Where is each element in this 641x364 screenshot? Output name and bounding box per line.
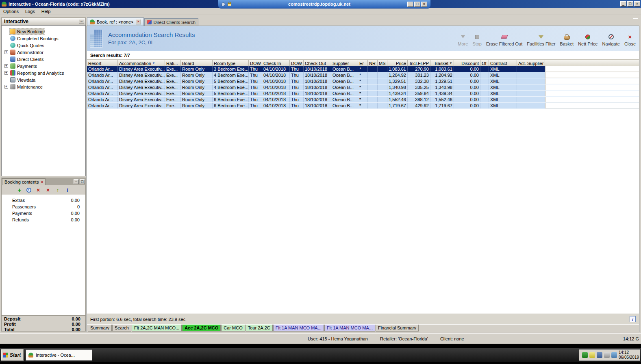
pin-icon[interactable] (222, 2, 225, 6)
collapse-sidebar-button[interactable]: – (79, 19, 84, 24)
result-row[interactable]: Orlando Ar...Disney Area Executiv...Exe.… (87, 78, 639, 84)
section-tab-search[interactable]: Search (112, 325, 131, 332)
tab-direct-clients-search[interactable]: Direct Clients Search (144, 18, 198, 26)
result-row[interactable]: Orlando Ar...Disney Area Executiv...Exe.… (87, 97, 639, 103)
result-row[interactable]: Orlando Ar...Disney Area Executiv...Exe.… (87, 72, 639, 78)
menu-item-help[interactable]: Help (38, 9, 54, 14)
column-header-basket[interactable]: Basket▼ (430, 60, 454, 67)
cell-room-type: 6 Bedroom Exe... (213, 103, 249, 108)
result-row[interactable]: Orlando Ar...Disney Area Executiv...Exe.… (87, 91, 639, 97)
add-icon[interactable] (17, 187, 22, 193)
toolbar-icon-box (502, 34, 507, 40)
navigate-button[interactable]: Navigate (602, 34, 619, 46)
info-icon[interactable] (65, 187, 70, 193)
delete-icon[interactable] (45, 187, 51, 193)
close-panel-icon[interactable]: × (41, 180, 43, 184)
column-header-price[interactable]: Price (387, 60, 408, 67)
column-header-room-type[interactable]: Room type (213, 60, 249, 67)
close-button[interactable]: Close (624, 34, 636, 46)
basket-button[interactable]: Basket (560, 34, 574, 46)
column-header-rati[interactable]: Rati... (165, 60, 181, 67)
column-header-act-supplier[interactable]: Act. Supplier (517, 60, 545, 67)
rdp-close-button[interactable]: × (421, 2, 427, 7)
column-header-board[interactable]: Board (181, 60, 213, 67)
expand-icon[interactable]: + (4, 71, 8, 75)
result-row[interactable]: Orlando Ar...Disney Area Executiv...Exe.… (87, 66, 639, 72)
sidebar-item-payments[interactable]: +Payments (2, 63, 85, 69)
menu-item-logs[interactable]: Logs (22, 9, 38, 14)
info-icon[interactable]: i (630, 316, 636, 322)
maximize-button[interactable]: □ (627, 1, 633, 6)
rdp-restore-button[interactable]: □ (414, 2, 420, 7)
section-tab-financial-summary[interactable]: Financial Summary (376, 325, 419, 332)
volume-icon[interactable] (604, 352, 610, 358)
column-header-nr[interactable]: NR (368, 60, 378, 67)
sidebar-item-viewdata[interactable]: Viewdata (2, 76, 85, 83)
minimize-button[interactable]: _ (620, 1, 626, 6)
display-icon[interactable] (611, 352, 617, 358)
column-header-dow[interactable]: DOW (249, 60, 262, 67)
network-icon[interactable] (597, 352, 602, 358)
column-header-check-in[interactable]: Check In (262, 60, 290, 67)
rdp-connection-bar[interactable]: comostreetrdp.topdog.uk.net _ □ × (218, 0, 431, 9)
section-tab-flt-1a-man-mco-ma[interactable]: Flt 1A MAN MCO MA... (324, 325, 375, 332)
section-tab-summary[interactable]: Summary (88, 325, 112, 332)
history-icon[interactable] (26, 188, 31, 193)
expand-icon[interactable]: + (4, 64, 8, 68)
booking-contents-tab[interactable]: Booking contents × (2, 178, 46, 185)
nett-price-button[interactable]: Nett Price (578, 34, 598, 46)
sidebar-item-reporting-and-analytics[interactable]: +Reporting and Analytics (2, 69, 85, 76)
column-header-check-out[interactable]: Check Out (304, 60, 331, 67)
column-header-supplier[interactable]: Supplier (331, 60, 358, 67)
erase-filtered-out-button[interactable]: Erase Filtered Out (486, 34, 522, 46)
section-tab-flt-2a-2c-man-mco[interactable]: Flt 2A,2C MAN MCO... (132, 325, 182, 332)
section-tab-car-mco[interactable]: Car MCO (221, 325, 245, 332)
sidebar-item-direct-clients[interactable]: Direct Clients (2, 56, 85, 63)
quick-quotes-icon (10, 43, 15, 48)
sidebar-item-quick-quotes[interactable]: Quick Quotes (2, 42, 85, 49)
rdp-minimize-button[interactable]: _ (407, 2, 413, 7)
sidebar-item-new-booking[interactable]: New Booking (2, 28, 85, 35)
main-panel: Book. ref : <none>×Direct Clients Search… (87, 17, 639, 332)
sidebar-item-completed-bookings[interactable]: Completed Bookings (2, 35, 85, 42)
cell-discount: 0.00 (454, 91, 480, 96)
sidebar-item-administrator[interactable]: +Administrator (2, 49, 85, 56)
facilities-filter-button[interactable]: Facilities Filter (527, 34, 555, 46)
expand-icon[interactable]: + (4, 50, 8, 54)
tab-book-ref-none[interactable]: Book. ref : <none>× (87, 17, 144, 26)
total-value: 0.00 (72, 316, 80, 322)
toolbar-label: Close (624, 41, 636, 46)
section-tab-flt-1a-man-mco-ma[interactable]: Flt 1A MAN MCO MA... (273, 325, 324, 332)
panel-float-button[interactable]: □ (80, 179, 85, 184)
taskbar-app-button[interactable]: Interactive - Ocea... (26, 349, 92, 361)
column-header-ms[interactable]: MS (378, 60, 387, 67)
result-row[interactable]: Orlando Ar...Disney Area Executiv...Exe.… (87, 84, 639, 91)
section-tab-acc-2a-2c-mco[interactable]: Acc 2A,2C MCO (182, 325, 221, 332)
start-button[interactable]: Start (1, 349, 24, 361)
promote-icon[interactable] (55, 187, 61, 193)
column-header-resort[interactable]: Resort (87, 60, 118, 67)
column-header-dow[interactable]: DOW (290, 60, 304, 67)
column-header-of[interactable]: Of (480, 60, 489, 67)
section-tab-tour-2a-2c[interactable]: Tour 2A,2C (246, 325, 273, 332)
menu-item-options[interactable]: Options (0, 9, 22, 14)
close-button[interactable]: × (634, 1, 640, 6)
shield-icon[interactable] (582, 352, 588, 358)
mail-icon[interactable] (589, 352, 595, 358)
nett-icon (585, 35, 590, 39)
sidebar-item-maintenance[interactable]: +Maintenance (2, 83, 85, 90)
column-header-accommodation[interactable]: Accommodation▼ (118, 60, 165, 67)
panel-collapse-button[interactable]: – (633, 18, 638, 23)
panel-minimize-button[interactable]: – (74, 179, 79, 184)
column-header-contract[interactable]: Contract (489, 60, 517, 67)
column-header-er[interactable]: Er (358, 60, 368, 67)
expand-icon[interactable]: + (4, 85, 8, 89)
tab-close-icon[interactable]: × (136, 19, 141, 24)
cell-of (480, 103, 489, 108)
column-header-incl-fl-pp[interactable]: Incl.Fl.PP (408, 60, 430, 67)
column-label: MS (379, 61, 386, 66)
remove-all-icon[interactable] (35, 187, 41, 193)
filter-icon[interactable]: ▼ (152, 61, 155, 65)
result-row[interactable]: Orlando Ar...Disney Area Executiv...Exe.… (87, 103, 639, 109)
column-header-discount[interactable]: Discount (454, 60, 480, 67)
